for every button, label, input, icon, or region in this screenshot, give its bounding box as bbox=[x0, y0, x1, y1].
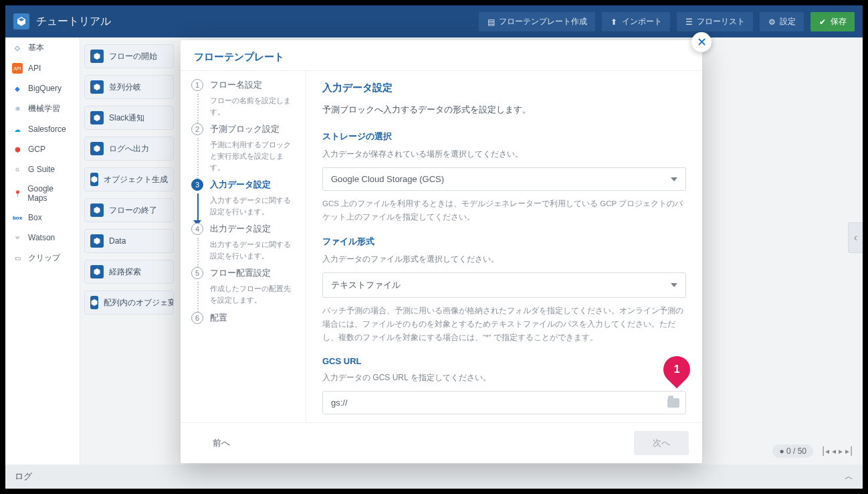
step-1[interactable]: 1 フロー名設定 フローの名前を設定します。 bbox=[191, 79, 298, 118]
step-3[interactable]: 3 入力データ設定 入力するデータに関する設定を行います。 bbox=[191, 179, 298, 218]
storage-note: GCS 上のファイルを利用するときは、モデルジェネレーターで利用している GCP… bbox=[322, 197, 686, 224]
import-button[interactable]: ⬆インポート bbox=[602, 12, 670, 31]
chevron-left-icon: ‹ bbox=[854, 232, 857, 244]
wizard-steps: 1 フロー名設定 フローの名前を設定します。 2 予測ブロック設定 予測に利用す… bbox=[181, 71, 306, 422]
step-number-icon: 5 bbox=[191, 267, 203, 279]
gcs-url-input-wrap: 1 bbox=[322, 391, 686, 414]
storage-section-title: ストレージの選択 bbox=[322, 131, 686, 143]
block-icon bbox=[90, 203, 104, 217]
storage-select[interactable]: Google Cloud Storage (GCS) bbox=[322, 167, 686, 191]
close-icon: ✕ bbox=[697, 35, 707, 50]
block-icon bbox=[90, 50, 104, 63]
gcp-icon: ⬢ bbox=[12, 144, 23, 155]
step-title: 入力データ設定 bbox=[210, 179, 298, 191]
right-drawer-toggle[interactable]: ‹ bbox=[848, 222, 863, 253]
sidebar-item-box[interactable]: boxBox bbox=[5, 208, 80, 228]
step-desc: 作成したフローの配置先を設定します。 bbox=[210, 283, 298, 306]
file-format-select[interactable]: テキストファイル bbox=[322, 272, 686, 298]
list-icon: ▤ bbox=[487, 17, 495, 25]
select-value: テキストファイル bbox=[331, 279, 401, 291]
step-6[interactable]: 6 配置 bbox=[191, 312, 298, 324]
step-title: 予測ブロック設定 bbox=[210, 123, 298, 135]
step-number-icon: 3 bbox=[191, 179, 203, 191]
url-section-title: GCS URL bbox=[322, 356, 686, 366]
app-header: チュートリアル ▤フローテンプレート作成 ⬆インポート ☰フローリスト ⚙設定 … bbox=[5, 5, 863, 37]
page-navigation[interactable]: ⎮◂◂▸▸⎮ bbox=[821, 446, 853, 456]
cube-icon: ◇ bbox=[12, 43, 23, 54]
gcs-url-input[interactable] bbox=[322, 391, 686, 414]
palette-data[interactable]: Data bbox=[84, 229, 174, 253]
url-hint: 入力データの GCS URL を指定してください。 bbox=[322, 372, 686, 384]
prev-page-icon[interactable]: ◂ bbox=[832, 446, 836, 456]
form-heading: 入力データ設定 bbox=[322, 82, 686, 94]
sidebar-item-basic[interactable]: ◇基本 bbox=[5, 37, 80, 58]
watson-icon: W bbox=[12, 232, 23, 243]
palette-flow-end[interactable]: フローの終了 bbox=[84, 198, 174, 222]
palette-slack-notify[interactable]: Slack通知 bbox=[84, 106, 174, 130]
sidebar-item-ml[interactable]: ⚛機械学習 bbox=[5, 98, 80, 119]
prev-button[interactable]: 前へ bbox=[194, 431, 249, 455]
palette-flow-start[interactable]: フローの開始 bbox=[84, 44, 174, 68]
flow-template-modal: ✕ フローテンプレート 1 フロー名設定 フローの名前を設定します。 2 予測ブ… bbox=[181, 40, 702, 463]
gear-icon: ⚙ bbox=[768, 17, 776, 25]
palette-log-output[interactable]: ログへ出力 bbox=[84, 137, 174, 161]
api-icon: API bbox=[12, 63, 23, 74]
chevron-up-icon[interactable]: ︿ bbox=[845, 471, 853, 483]
step-number-icon: 6 bbox=[191, 312, 203, 324]
block-icon bbox=[90, 234, 104, 248]
sidebar-item-clip[interactable]: ▭クリップ bbox=[5, 248, 80, 268]
palette-array-object-transform[interactable]: 配列内のオブジェ変換 bbox=[84, 291, 174, 315]
sidebar-item-api[interactable]: APIAPI bbox=[5, 58, 80, 78]
step-title: 配置 bbox=[210, 312, 298, 324]
sidebar-item-watson[interactable]: WWatson bbox=[5, 228, 80, 248]
log-label: ログ bbox=[15, 471, 32, 483]
step-number-icon: 1 bbox=[191, 79, 203, 91]
block-icon bbox=[90, 173, 98, 186]
sidebar-item-google-maps[interactable]: 📍Google Maps bbox=[5, 179, 80, 208]
sidebar-item-bigquery[interactable]: ◆BigQuery bbox=[5, 78, 80, 98]
step-4[interactable]: 4 出力データ設定 出力するデータに関する設定を行います。 bbox=[191, 223, 298, 262]
step-number-icon: 2 bbox=[191, 123, 203, 135]
form-lead: 予測ブロックへ入力するデータの形式を設定します。 bbox=[322, 104, 686, 116]
step-desc: フローの名前を設定します。 bbox=[210, 95, 298, 118]
create-template-button[interactable]: ▤フローテンプレート作成 bbox=[479, 12, 595, 31]
modal-form: 入力データ設定 予測ブロックへ入力するデータの形式を設定します。 ストレージの選… bbox=[306, 71, 702, 422]
step-title: フロー配置設定 bbox=[210, 267, 298, 279]
step-5[interactable]: 5 フロー配置設定 作成したフローの配置先を設定します。 bbox=[191, 267, 298, 306]
first-page-icon[interactable]: ⎮◂ bbox=[821, 446, 829, 456]
chevron-down-icon bbox=[671, 283, 677, 287]
block-icon bbox=[90, 111, 104, 125]
log-panel-header[interactable]: ログ ︿ bbox=[5, 465, 863, 489]
palette-parallel-branch[interactable]: 並列分岐 bbox=[84, 75, 174, 99]
app-logo-icon bbox=[13, 13, 29, 29]
step-2[interactable]: 2 予測ブロック設定 予測に利用するブロックと実行形式を設定します。 bbox=[191, 123, 298, 173]
browse-folder-button[interactable] bbox=[667, 398, 679, 408]
close-modal-button[interactable]: ✕ bbox=[691, 32, 712, 52]
palette-create-object[interactable]: オブジェクト生成 bbox=[84, 167, 174, 191]
block-icon bbox=[90, 80, 104, 94]
step-desc: 予測に利用するブロックと実行形式を設定します。 bbox=[210, 139, 298, 173]
object-count-chip: ● 0 / 50 bbox=[772, 444, 813, 458]
sidebar-item-gcp[interactable]: ⬢GCP bbox=[5, 139, 80, 159]
last-page-icon[interactable]: ▸⎮ bbox=[845, 446, 853, 456]
format-hint: 入力データのファイル形式を選択してください。 bbox=[322, 253, 686, 266]
save-button[interactable]: ✔保存 bbox=[810, 12, 855, 31]
step-title: 出力データ設定 bbox=[210, 223, 298, 235]
next-button[interactable]: 次へ bbox=[634, 431, 689, 455]
settings-button[interactable]: ⚙設定 bbox=[760, 12, 804, 31]
integration-sidebar: ◇基本 APIAPI ◆BigQuery ⚛機械学習 ☁Salesforce ⬢… bbox=[5, 37, 80, 465]
sidebar-item-gsuite[interactable]: GG Suite bbox=[5, 159, 80, 179]
palette-route-search[interactable]: 経路探索 bbox=[84, 260, 174, 284]
select-value: Google Cloud Storage (GCS) bbox=[331, 174, 444, 184]
step-desc: 出力するデータに関する設定を行います。 bbox=[210, 239, 298, 262]
block-icon bbox=[90, 265, 104, 278]
sidebar-item-salesforce[interactable]: ☁Salesforce bbox=[5, 119, 80, 139]
next-page-icon[interactable]: ▸ bbox=[839, 446, 843, 456]
flow-list-button[interactable]: ☰フローリスト bbox=[677, 12, 753, 31]
format-note: バッチ予測の場合、予測に用いる画像が格納されたフォルダを指定してください。オンラ… bbox=[322, 305, 686, 344]
maps-icon: 📍 bbox=[12, 188, 22, 199]
modal-footer: 前へ 次へ bbox=[181, 422, 702, 463]
bigquery-icon: ◆ bbox=[12, 83, 23, 94]
step-desc: 入力するデータに関する設定を行います。 bbox=[210, 195, 298, 218]
modal-title: フローテンプレート bbox=[181, 40, 702, 70]
